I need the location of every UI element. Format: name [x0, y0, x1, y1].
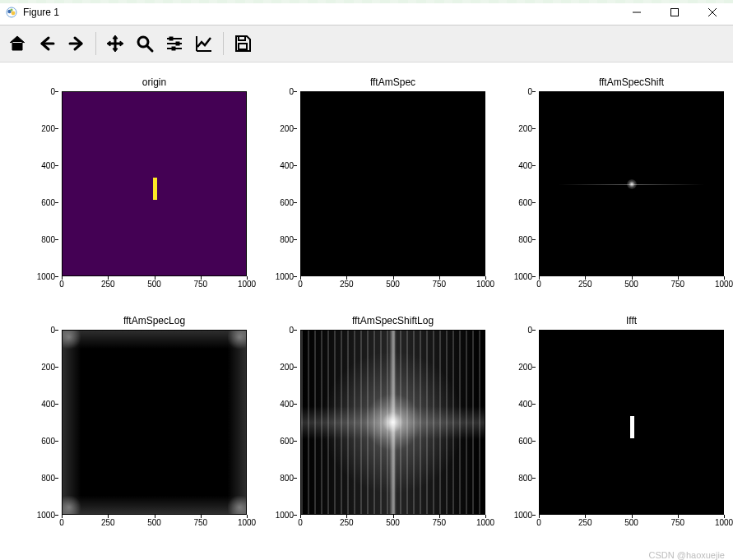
- axes-image: [539, 91, 724, 276]
- x-tick-label: 500: [624, 280, 638, 289]
- y-ticks: 02004006008001000: [29, 330, 58, 515]
- svg-point-2: [12, 12, 16, 16]
- home-button[interactable]: [3, 30, 31, 58]
- window-close-button[interactable]: [694, 0, 731, 25]
- y-ticks: 02004006008001000: [506, 330, 536, 515]
- x-tick-label: 500: [147, 280, 161, 289]
- y-ticks: 02004006008001000: [29, 91, 58, 276]
- x-tick-label: 1000: [715, 518, 733, 527]
- x-tick-label: 0: [298, 280, 303, 289]
- window-minimize-button[interactable]: [618, 0, 656, 25]
- y-tick-label: 200: [41, 363, 55, 372]
- svg-rect-13: [176, 42, 179, 45]
- edit-axes-button[interactable]: [190, 30, 218, 58]
- y-tick-label: 800: [280, 474, 294, 483]
- axes-image: [300, 91, 485, 276]
- x-tick-label: 750: [670, 518, 684, 527]
- toolbar-separator: [223, 32, 224, 55]
- configure-subplots-button[interactable]: [160, 30, 188, 58]
- svg-rect-17: [239, 44, 247, 49]
- axes-title: fftAmSpec: [300, 76, 485, 88]
- figure-canvas[interactable]: CSDN @haoxuejie origin020040060080010000…: [0, 62, 733, 560]
- forward-button[interactable]: [63, 30, 90, 58]
- y-tick-label: 200: [280, 124, 294, 133]
- x-tick-label: 0: [536, 280, 541, 289]
- axes-title: Ifft: [539, 315, 724, 326]
- axes-title: fftAmSpecShift: [539, 76, 724, 88]
- y-tick-label: 1000: [276, 511, 294, 520]
- svg-line-9: [147, 46, 152, 51]
- x-tick-label: 1000: [476, 518, 494, 527]
- x-tick-label: 500: [147, 518, 161, 527]
- x-tick-label: 0: [536, 518, 541, 527]
- zoom-button[interactable]: [131, 30, 159, 58]
- y-tick-label: 600: [41, 437, 55, 446]
- axes-image: [62, 330, 247, 515]
- y-ticks: 02004006008001000: [267, 330, 297, 515]
- x-tick-label: 750: [670, 280, 684, 289]
- y-ticks: 02004006008001000: [267, 91, 297, 276]
- subplot-origin: origin0200400600800100002505007501000: [29, 91, 247, 291]
- subplot-fftAmSpecShift: fftAmSpecShift02004006008001000025050075…: [506, 91, 724, 291]
- y-tick-label: 800: [41, 474, 55, 483]
- svg-rect-15: [172, 47, 175, 50]
- y-tick-label: 1000: [514, 511, 532, 520]
- toolbar-separator: [95, 32, 96, 55]
- watermark: CSDN @haoxuejie: [649, 550, 726, 560]
- axes-image: [62, 91, 247, 276]
- y-tick-label: 600: [280, 437, 294, 446]
- subplot-fftAmSpecShiftLog: fftAmSpecShiftLog02004006008001000025050…: [267, 330, 485, 530]
- y-tick-label: 200: [280, 363, 294, 372]
- y-tick-label: 400: [518, 400, 532, 409]
- y-tick-label: 800: [280, 235, 294, 244]
- x-tick-label: 750: [432, 280, 446, 289]
- y-tick-label: 200: [41, 124, 55, 133]
- y-tick-label: 800: [518, 235, 532, 244]
- origin-bar: [153, 178, 157, 200]
- y-tick-label: 1000: [37, 511, 55, 520]
- x-tick-label: 500: [386, 518, 400, 527]
- y-tick-label: 600: [280, 198, 294, 207]
- window-maximize-button[interactable]: [656, 0, 694, 25]
- y-tick-label: 400: [41, 161, 55, 170]
- x-tick-label: 500: [386, 280, 400, 289]
- y-ticks: 02004006008001000: [506, 91, 536, 276]
- x-ticks: 02505007501000: [300, 515, 485, 530]
- back-button[interactable]: [33, 30, 61, 58]
- y-tick-label: 600: [518, 198, 532, 207]
- axes-title: origin: [62, 76, 247, 88]
- app-icon: [5, 6, 18, 19]
- x-tick-label: 250: [101, 518, 115, 527]
- matplotlib-toolbar: [0, 25, 733, 62]
- x-tick-label: 1000: [715, 280, 733, 289]
- y-tick-label: 600: [41, 198, 55, 207]
- x-tick-label: 1000: [238, 280, 256, 289]
- x-ticks: 02505007501000: [300, 276, 485, 291]
- y-tick-label: 1000: [514, 272, 532, 281]
- window-title: Figure 1: [23, 7, 59, 18]
- x-tick-label: 0: [59, 280, 64, 289]
- y-tick-label: 400: [518, 161, 532, 170]
- axes-image: [300, 330, 485, 515]
- y-tick-label: 400: [280, 400, 294, 409]
- x-ticks: 02505007501000: [539, 515, 724, 530]
- x-tick-label: 250: [340, 518, 354, 527]
- ifft-bar: [630, 416, 634, 438]
- subplot-fftAmSpecLog: fftAmSpecLog0200400600800100002505007501…: [29, 330, 247, 530]
- svg-rect-11: [169, 37, 173, 40]
- subplot-Ifft: Ifft0200400600800100002505007501000: [506, 330, 724, 530]
- x-tick-label: 250: [101, 280, 115, 289]
- x-tick-label: 250: [340, 280, 354, 289]
- svg-rect-16: [239, 36, 245, 40]
- x-ticks: 02505007501000: [62, 276, 247, 291]
- x-tick-label: 250: [578, 518, 592, 527]
- save-button[interactable]: [229, 30, 257, 58]
- x-tick-label: 750: [432, 518, 446, 527]
- svg-rect-5: [671, 9, 679, 16]
- pan-button[interactable]: [101, 30, 129, 58]
- x-tick-label: 0: [298, 518, 303, 527]
- x-ticks: 02505007501000: [62, 515, 247, 530]
- y-tick-label: 400: [41, 400, 55, 409]
- axes-title: fftAmSpecShiftLog: [300, 315, 485, 326]
- y-tick-label: 200: [518, 124, 532, 133]
